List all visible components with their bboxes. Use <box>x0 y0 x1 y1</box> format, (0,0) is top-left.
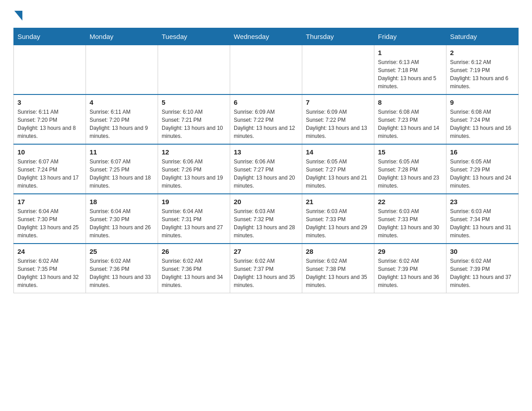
calendar-cell: 24Sunrise: 6:02 AMSunset: 7:35 PMDayligh… <box>14 244 86 293</box>
day-info: Sunrise: 6:05 AMSunset: 7:27 PMDaylight:… <box>306 158 370 190</box>
day-info: Sunrise: 6:08 AMSunset: 7:23 PMDaylight:… <box>378 108 442 140</box>
page-header <box>13 9 519 19</box>
day-info: Sunrise: 6:04 AMSunset: 7:30 PMDaylight:… <box>90 207 154 240</box>
week-row-2: 3Sunrise: 6:11 AMSunset: 7:20 PMDaylight… <box>14 94 519 144</box>
weekday-header-monday: Monday <box>86 28 158 45</box>
calendar-cell: 30Sunrise: 6:02 AMSunset: 7:39 PMDayligh… <box>446 244 519 293</box>
day-info: Sunrise: 6:07 AMSunset: 7:24 PMDaylight:… <box>17 158 82 190</box>
calendar-cell: 16Sunrise: 6:05 AMSunset: 7:29 PMDayligh… <box>446 144 519 194</box>
day-info: Sunrise: 6:09 AMSunset: 7:22 PMDaylight:… <box>234 108 298 140</box>
day-info: Sunrise: 6:13 AMSunset: 7:18 PMDaylight:… <box>378 58 442 90</box>
calendar-table: SundayMondayTuesdayWednesdayThursdayFrid… <box>13 28 519 293</box>
day-number: 16 <box>450 148 515 156</box>
day-number: 11 <box>90 148 154 156</box>
weekday-header-friday: Friday <box>374 28 446 45</box>
day-number: 2 <box>450 49 515 56</box>
weekday-header-sunday: Sunday <box>14 28 86 45</box>
calendar-cell: 14Sunrise: 6:05 AMSunset: 7:27 PMDayligh… <box>302 144 374 194</box>
weekday-header-wednesday: Wednesday <box>230 28 302 45</box>
day-number: 22 <box>378 198 442 206</box>
day-number: 14 <box>306 148 370 156</box>
logo <box>13 9 22 19</box>
weekday-header-row: SundayMondayTuesdayWednesdayThursdayFrid… <box>14 28 519 45</box>
calendar-cell: 27Sunrise: 6:02 AMSunset: 7:37 PMDayligh… <box>230 244 302 293</box>
calendar-cell: 4Sunrise: 6:11 AMSunset: 7:20 PMDaylight… <box>86 94 158 144</box>
calendar-cell: 3Sunrise: 6:11 AMSunset: 7:20 PMDaylight… <box>14 94 86 144</box>
day-number: 15 <box>378 148 442 156</box>
day-info: Sunrise: 6:02 AMSunset: 7:39 PMDaylight:… <box>450 257 515 289</box>
day-info: Sunrise: 6:06 AMSunset: 7:27 PMDaylight:… <box>234 158 298 190</box>
calendar-cell: 5Sunrise: 6:10 AMSunset: 7:21 PMDaylight… <box>158 94 230 144</box>
day-number: 4 <box>90 98 154 106</box>
day-number: 26 <box>162 248 226 255</box>
day-number: 6 <box>234 98 298 106</box>
day-info: Sunrise: 6:04 AMSunset: 7:31 PMDaylight:… <box>162 207 226 240</box>
week-row-5: 24Sunrise: 6:02 AMSunset: 7:35 PMDayligh… <box>14 244 519 293</box>
day-info: Sunrise: 6:06 AMSunset: 7:26 PMDaylight:… <box>162 158 226 190</box>
day-number: 3 <box>17 98 82 106</box>
day-info: Sunrise: 6:02 AMSunset: 7:36 PMDaylight:… <box>90 257 154 289</box>
calendar-cell <box>158 45 230 95</box>
day-number: 23 <box>450 198 515 206</box>
calendar-cell: 29Sunrise: 6:02 AMSunset: 7:39 PMDayligh… <box>374 244 446 293</box>
weekday-header-tuesday: Tuesday <box>158 28 230 45</box>
day-info: Sunrise: 6:02 AMSunset: 7:39 PMDaylight:… <box>378 257 442 289</box>
day-number: 17 <box>17 198 82 206</box>
calendar-cell: 1Sunrise: 6:13 AMSunset: 7:18 PMDaylight… <box>374 45 446 95</box>
calendar-cell: 20Sunrise: 6:03 AMSunset: 7:32 PMDayligh… <box>230 194 302 244</box>
calendar-cell <box>230 45 302 95</box>
day-info: Sunrise: 6:04 AMSunset: 7:30 PMDaylight:… <box>17 207 82 240</box>
week-row-3: 10Sunrise: 6:07 AMSunset: 7:24 PMDayligh… <box>14 144 519 194</box>
calendar-cell: 17Sunrise: 6:04 AMSunset: 7:30 PMDayligh… <box>14 194 86 244</box>
day-info: Sunrise: 6:05 AMSunset: 7:28 PMDaylight:… <box>378 158 442 190</box>
day-info: Sunrise: 6:07 AMSunset: 7:25 PMDaylight:… <box>90 158 154 190</box>
day-number: 27 <box>234 248 298 255</box>
day-number: 18 <box>90 198 154 206</box>
calendar-cell: 9Sunrise: 6:08 AMSunset: 7:24 PMDaylight… <box>446 94 519 144</box>
calendar-cell: 18Sunrise: 6:04 AMSunset: 7:30 PMDayligh… <box>86 194 158 244</box>
calendar-cell: 26Sunrise: 6:02 AMSunset: 7:36 PMDayligh… <box>158 244 230 293</box>
day-number: 12 <box>162 148 226 156</box>
calendar-cell: 6Sunrise: 6:09 AMSunset: 7:22 PMDaylight… <box>230 94 302 144</box>
calendar-cell: 13Sunrise: 6:06 AMSunset: 7:27 PMDayligh… <box>230 144 302 194</box>
calendar-cell: 12Sunrise: 6:06 AMSunset: 7:26 PMDayligh… <box>158 144 230 194</box>
day-number: 10 <box>17 148 82 156</box>
day-number: 13 <box>234 148 298 156</box>
calendar-cell: 11Sunrise: 6:07 AMSunset: 7:25 PMDayligh… <box>86 144 158 194</box>
day-number: 30 <box>450 248 515 255</box>
calendar-cell <box>14 45 86 95</box>
day-number: 29 <box>378 248 442 255</box>
calendar-cell: 8Sunrise: 6:08 AMSunset: 7:23 PMDaylight… <box>374 94 446 144</box>
calendar-cell: 28Sunrise: 6:02 AMSunset: 7:38 PMDayligh… <box>302 244 374 293</box>
day-number: 28 <box>306 248 370 255</box>
day-number: 9 <box>450 98 515 106</box>
day-info: Sunrise: 6:10 AMSunset: 7:21 PMDaylight:… <box>162 108 226 140</box>
day-info: Sunrise: 6:02 AMSunset: 7:37 PMDaylight:… <box>234 257 298 289</box>
day-number: 8 <box>378 98 442 106</box>
day-number: 7 <box>306 98 370 106</box>
logo-arrow-icon <box>14 11 22 21</box>
day-info: Sunrise: 6:09 AMSunset: 7:22 PMDaylight:… <box>306 108 370 140</box>
calendar-cell: 25Sunrise: 6:02 AMSunset: 7:36 PMDayligh… <box>86 244 158 293</box>
day-info: Sunrise: 6:03 AMSunset: 7:33 PMDaylight:… <box>378 207 442 240</box>
day-info: Sunrise: 6:12 AMSunset: 7:19 PMDaylight:… <box>450 58 515 90</box>
day-info: Sunrise: 6:02 AMSunset: 7:38 PMDaylight:… <box>306 257 370 289</box>
day-info: Sunrise: 6:03 AMSunset: 7:34 PMDaylight:… <box>450 207 515 240</box>
weekday-header-thursday: Thursday <box>302 28 374 45</box>
day-number: 20 <box>234 198 298 206</box>
day-number: 19 <box>162 198 226 206</box>
day-info: Sunrise: 6:02 AMSunset: 7:35 PMDaylight:… <box>17 257 82 289</box>
calendar-cell: 19Sunrise: 6:04 AMSunset: 7:31 PMDayligh… <box>158 194 230 244</box>
calendar-cell: 7Sunrise: 6:09 AMSunset: 7:22 PMDaylight… <box>302 94 374 144</box>
calendar-cell <box>302 45 374 95</box>
week-row-4: 17Sunrise: 6:04 AMSunset: 7:30 PMDayligh… <box>14 194 519 244</box>
day-number: 21 <box>306 198 370 206</box>
day-info: Sunrise: 6:11 AMSunset: 7:20 PMDaylight:… <box>90 108 154 140</box>
day-info: Sunrise: 6:08 AMSunset: 7:24 PMDaylight:… <box>450 108 515 140</box>
day-info: Sunrise: 6:11 AMSunset: 7:20 PMDaylight:… <box>17 108 82 140</box>
calendar-cell: 2Sunrise: 6:12 AMSunset: 7:19 PMDaylight… <box>446 45 519 95</box>
calendar-cell: 15Sunrise: 6:05 AMSunset: 7:28 PMDayligh… <box>374 144 446 194</box>
day-info: Sunrise: 6:03 AMSunset: 7:32 PMDaylight:… <box>234 207 298 240</box>
calendar-cell: 22Sunrise: 6:03 AMSunset: 7:33 PMDayligh… <box>374 194 446 244</box>
calendar-cell: 23Sunrise: 6:03 AMSunset: 7:34 PMDayligh… <box>446 194 519 244</box>
